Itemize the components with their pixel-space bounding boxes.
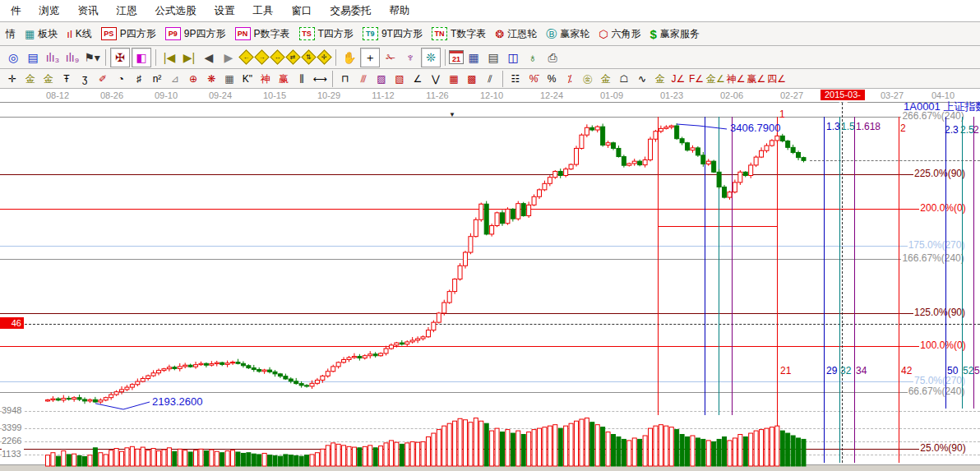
f-angle-icon[interactable]: F∠ (688, 72, 705, 86)
hand-tool-icon[interactable]: ✋ (340, 48, 358, 67)
v-check-icon[interactable]: ⋁ (428, 72, 444, 86)
toolbar-gann-wheel-button[interactable]: ❂江恩轮 (495, 27, 537, 41)
flag-bar-icon[interactable]: ☖ (616, 72, 632, 86)
measure-tool-icon[interactable]: ✁ (381, 48, 400, 67)
calendar-icon[interactable]: 21 (449, 50, 464, 64)
pan-right-icon[interactable]: → (254, 49, 269, 64)
si-angle-icon[interactable]: 四∠ (767, 72, 786, 86)
menu-trade[interactable]: 交易委托 (321, 4, 381, 18)
gann-stamp-icon[interactable]: ✠ (110, 48, 130, 67)
toolbar-winner-service-button[interactable]: $赢家服务 (650, 27, 700, 41)
cross-line-icon[interactable]: ✛ (4, 72, 21, 86)
j-angle-icon[interactable]: J∠ (670, 72, 686, 86)
p-table-label: P数字表 (254, 27, 290, 41)
last-bar-icon[interactable]: ▶| (180, 48, 198, 67)
gann-horizontal-line (658, 226, 777, 227)
gold-angle-icon[interactable]: 金∠ (706, 72, 725, 86)
zoom-v-icon[interactable]: ⇅ (301, 49, 316, 64)
menu-window[interactable]: 窗口 (283, 4, 321, 18)
shade-box-purple-icon[interactable]: ▨ (373, 72, 390, 86)
circle-cross-icon[interactable]: ⊕ (185, 72, 201, 86)
prev-bar-icon[interactable]: ◀ (200, 48, 218, 67)
period-dropdown-icon[interactable]: ⚑▾ (83, 48, 101, 67)
ying-angle-icon[interactable]: 赢∠ (747, 72, 766, 86)
next-bar-icon[interactable]: ▶ (220, 48, 238, 67)
toolbar-t-table-button[interactable]: TNT数字表 (432, 27, 486, 41)
trend-angle-icon[interactable]: ∠ (409, 72, 426, 86)
box-tool-icon[interactable]: ⊓ (337, 72, 354, 86)
toolbar-sector-button[interactable]: ▦板块 (25, 27, 58, 41)
shen-angle-icon[interactable]: 神∠ (727, 72, 746, 86)
wave-tool-icon[interactable]: ❊ (421, 48, 441, 67)
memo-icon[interactable]: ▤ (484, 48, 502, 67)
stock-pick-icon[interactable]: ◎ (4, 48, 22, 67)
gann-grid-tool-icon[interactable]: ♆ (401, 48, 419, 67)
send-web-icon[interactable]: ♁ (524, 48, 542, 67)
zoom-h-icon[interactable]: ↔ (270, 49, 284, 64)
menu-news[interactable]: 资讯 (69, 4, 108, 18)
toolbar-t-square-button[interactable]: TST四方形 (299, 27, 354, 41)
ruler-123-icon[interactable]: ⫼ (294, 72, 310, 86)
compress-h-icon[interactable]: ⇄ (285, 49, 300, 64)
toolbar-p-square-button[interactable]: PSP四方形 (101, 27, 156, 41)
toolbar-winner-wheel-button[interactable]: Ⓑ赢家轮 (546, 27, 589, 41)
h-span-icon[interactable]: ⟷ (312, 72, 328, 86)
percent-icon[interactable]: % (543, 72, 560, 86)
pct-under-icon[interactable]: ⁒ (562, 72, 578, 86)
wave-line-icon[interactable]: ∿ (634, 72, 650, 86)
menu-file[interactable]: 件 (2, 4, 30, 18)
menu-browse[interactable]: 浏览 (30, 4, 69, 18)
p-square-icon: PS (101, 27, 117, 40)
pct-line-icon[interactable]: %̄ (525, 72, 542, 86)
gold-ratio-h1-icon[interactable]: 金 (22, 72, 39, 86)
toolbar-hexagon-button[interactable]: ⬡六角形 (599, 27, 640, 41)
ying-tool-icon[interactable]: 赢 (275, 72, 292, 86)
mirror-angle-icon[interactable]: ⊿ (167, 72, 183, 86)
cycle-count-label: 52 (963, 366, 973, 376)
board-info-icon[interactable]: ▤ (24, 48, 42, 67)
spiral-icon[interactable]: ʒ (76, 72, 93, 86)
tally-lines-icon[interactable]: ♯ (131, 72, 147, 86)
gold-under-icon[interactable]: 金 (652, 72, 668, 86)
cycle-count-label: 29 (826, 366, 837, 376)
menu-formula-select[interactable]: 公式选股 (146, 4, 206, 18)
menu-tools[interactable]: 工具 (244, 4, 283, 18)
n-square-icon[interactable]: n² (149, 72, 165, 86)
save-icon[interactable]: ◫ (504, 48, 522, 67)
ray-fan-icon[interactable]: ⫻ (355, 72, 372, 86)
menu-gann[interactable]: 江恩 (108, 4, 146, 18)
shen-tool-icon[interactable]: 神 (257, 72, 274, 86)
print-icon[interactable]: ⎙ (543, 48, 562, 67)
panel-tool-icon[interactable]: ☷ (507, 72, 524, 86)
parallel-lines-icon[interactable]: ⫽ (482, 72, 498, 86)
crosshair-tool-icon[interactable]: ＋ (360, 48, 380, 67)
toolbar-kline-button[interactable]: ılK线 (67, 27, 92, 41)
k-mark-icon[interactable]: Κ" (239, 72, 256, 86)
toolbar-quote-button[interactable]: 情 (6, 27, 16, 41)
first-bar-icon[interactable]: |◀ (160, 48, 178, 67)
pan-left-icon[interactable]: ← (238, 49, 253, 64)
fib-ruler-icon[interactable]: Ŧ (58, 72, 75, 86)
shade-box-red-icon[interactable]: ▧ (391, 72, 408, 86)
toolbar-9t-square-button[interactable]: T99T四方形 (363, 27, 423, 41)
horizontal-scrollbar[interactable] (0, 464, 980, 471)
zoom-all-icon[interactable]: ✢ (317, 49, 331, 64)
star-burst-icon[interactable]: ❋ (203, 72, 220, 86)
red-grid-icon[interactable]: ▦ (446, 72, 462, 86)
kline-3-icon[interactable]: ılı₃ (44, 48, 62, 67)
cost-histogram-icon[interactable]: ◧ (132, 48, 151, 67)
pen-icon[interactable]: ✐ (95, 72, 111, 86)
menu-help[interactable]: 帮助 (381, 4, 419, 18)
gold-line-icon[interactable]: 金 (598, 72, 614, 86)
toolbar-9p-square-button[interactable]: P99P四方形 (165, 27, 226, 41)
gold-ratio-h2-icon[interactable]: 金 (40, 72, 57, 86)
grid-tool-icon[interactable]: ▦ (221, 72, 238, 86)
time-clock-icon[interactable]: ◔ (113, 72, 129, 86)
dense-grid-icon[interactable]: ▩ (464, 72, 480, 86)
gold-circle-icon[interactable]: ㊎ (580, 72, 596, 86)
toolbar-p-table-button[interactable]: PNP数字表 (235, 27, 290, 41)
calculator-icon[interactable]: ▦ (465, 48, 483, 67)
chart-canvas[interactable]: 08-1208-2609-1009-2410-1510-2911-1211-26… (0, 89, 980, 471)
menu-settings[interactable]: 设置 (206, 4, 244, 18)
kline-9-icon[interactable]: ılı₉ (63, 48, 81, 67)
